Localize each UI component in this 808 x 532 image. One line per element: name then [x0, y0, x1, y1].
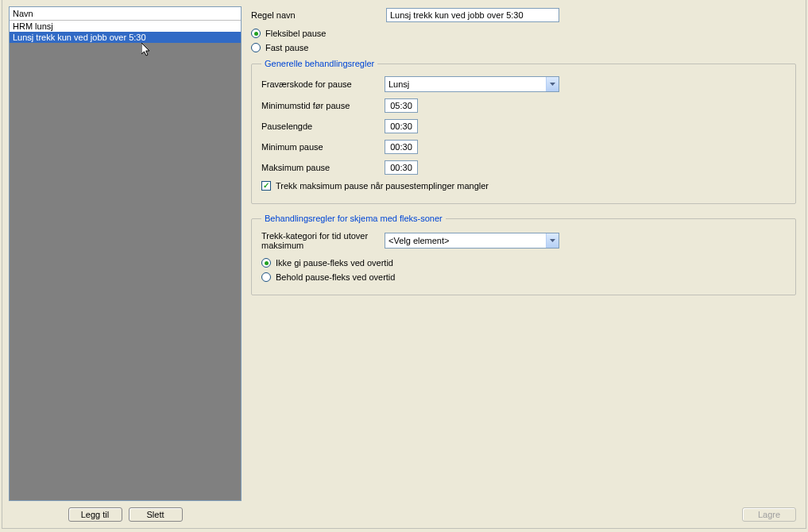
fieldset-legend: Generelle behandlingsregler	[261, 59, 377, 68]
maksimum-pause-input[interactable]	[385, 160, 418, 175]
radio-ikke-gi-pausefleks[interactable]: Ikke gi pause-fleks ved overtid	[261, 258, 786, 268]
fravaerskode-label: Fraværskode for pause	[261, 79, 385, 89]
radio-label: Behold pause-fleks ved overtid	[276, 272, 395, 282]
radio-fleksibel-pause[interactable]: Fleksibel pause	[251, 29, 796, 38]
checkbox-icon	[261, 181, 271, 191]
trekk-kategori-label: Trekk-kategori for tid utover maksimum	[261, 231, 385, 250]
pauselengde-input[interactable]	[385, 119, 418, 133]
radio-icon	[251, 43, 261, 52]
radio-icon	[251, 29, 261, 38]
chevron-down-icon	[546, 233, 559, 248]
listbox-header: Navn	[10, 7, 241, 21]
minimum-pause-input[interactable]	[385, 140, 418, 154]
minimumstid-label: Minimumstid før pause	[261, 101, 385, 110]
list-item[interactable]: HRM lunsj	[10, 21, 241, 32]
list-item[interactable]: Lunsj trekk kun ved jobb over 5:30	[10, 32, 241, 43]
chevron-down-icon	[546, 77, 559, 91]
radio-label: Ikke gi pause-fleks ved overtid	[276, 258, 393, 268]
radio-label: Fast pause	[265, 43, 308, 52]
select-value: <Velg element>	[389, 236, 449, 245]
add-button[interactable]: Legg til	[68, 507, 122, 522]
trekk-maksimum-checkbox[interactable]: Trekk maksimum pause når pausestemplinge…	[261, 181, 786, 191]
rule-name-label: Regel navn	[251, 10, 386, 20]
radio-icon	[261, 272, 271, 282]
fravaerskode-select[interactable]: Lunsj	[385, 76, 559, 92]
rule-listbox[interactable]: Navn HRM lunsj Lunsj trekk kun ved jobb …	[9, 6, 242, 501]
pauselengde-label: Pauselengde	[261, 121, 385, 131]
delete-button[interactable]: Slett	[129, 507, 183, 522]
maksimum-pause-label: Maksimum pause	[261, 163, 385, 172]
radio-behold-pausefleks[interactable]: Behold pause-fleks ved overtid	[261, 272, 786, 282]
checkbox-label: Trekk maksimum pause når pausestemplinge…	[276, 181, 489, 191]
trekk-kategori-select[interactable]: <Velg element>	[385, 233, 559, 249]
fieldset-fleks-soner: Behandlingsregler for skjema med fleks-s…	[251, 214, 796, 295]
fieldset-generelle: Generelle behandlingsregler Fraværskode …	[251, 59, 796, 204]
rule-name-input[interactable]	[386, 8, 559, 22]
minimum-pause-label: Minimum pause	[261, 142, 385, 152]
select-value: Lunsj	[389, 79, 409, 89]
minimumstid-input[interactable]	[385, 98, 418, 113]
radio-label: Fleksibel pause	[265, 29, 326, 38]
radio-fast-pause[interactable]: Fast pause	[251, 43, 796, 52]
radio-icon	[261, 258, 271, 268]
save-button[interactable]: Lagre	[742, 507, 796, 522]
fieldset-legend: Behandlingsregler for skjema med fleks-s…	[261, 214, 446, 223]
